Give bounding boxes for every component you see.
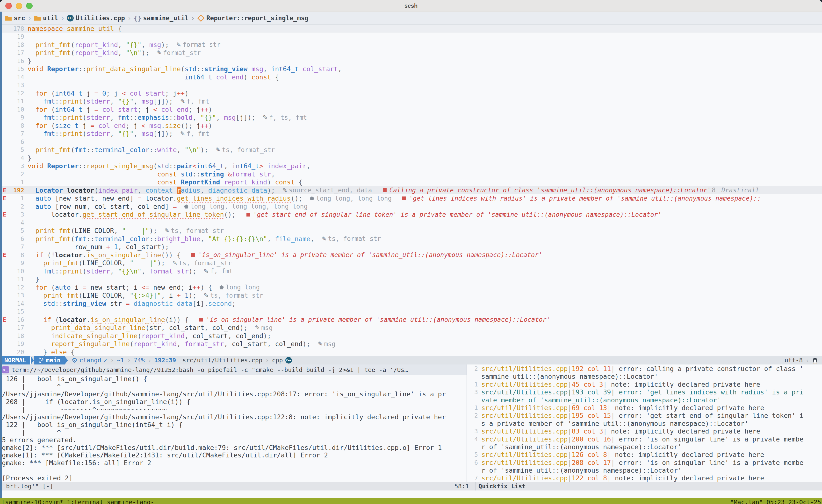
code-line[interactable]: 11 fmt::print(stderr, "{}", msg[j]);✎f, … [0, 97, 822, 105]
context-line[interactable]: 178namespace sammine_util { [0, 25, 822, 33]
code-line[interactable]: E3 locator.get_start_end_of_singular_lin… [0, 210, 822, 219]
code-line[interactable]: 10 for (int64_t j = col_start; j < col_e… [0, 105, 822, 114]
quickfix-item[interactable]: r of 'sammine_util::(anonymous namespace… [467, 443, 822, 451]
diagnostic-virtual-text: 'is_on_singular_line' is a private membe… [191, 251, 542, 259]
breadcrumb-item-namespace[interactable]: sammine_util [143, 14, 188, 22]
code-line[interactable]: E192 Locator locator(index_pair, context… [0, 186, 822, 195]
inlay-hint: ✎ts, format_str [216, 146, 275, 154]
titlebar: sesh [0, 0, 822, 12]
code-line[interactable]: 2 auto [row_num, col_start, col_end] =lo… [0, 203, 822, 211]
code-editor[interactable]: 178namespace sammine_util {1918 print_fm… [0, 25, 822, 356]
code-line[interactable]: 18 print_fmt(report_kind, "{}", msg);✎fo… [0, 41, 822, 49]
code-text: int64_t col_end) const { [28, 73, 279, 81]
quickfix-statusline-title: Quickfix List [478, 483, 526, 490]
quickfix-item[interactable]: sammine_util::(anonymous namespace)::Loc… [467, 373, 822, 380]
code-line[interactable]: 20 } else { [0, 348, 822, 356]
code-line[interactable]: 9 fmt::print(stderr, fmt::emphasis::bold… [0, 113, 822, 122]
code-line[interactable]: 12 for (int64_t j = 0; j < col_start; j+… [0, 89, 822, 98]
code-line[interactable]: 17 print_fmt(report_kind, "\n");✎format_… [0, 49, 822, 57]
cpp-file-icon: C++ [67, 15, 74, 21]
breadcrumb-item-src[interactable]: src [14, 14, 25, 22]
code-line[interactable]: 19 report_singular_line(report_kind, for… [0, 340, 822, 348]
quickfix-item[interactable]: r of 'sammine_util::(anonymous namespace… [467, 467, 822, 474]
quickfix-line-number: 3 [467, 388, 478, 396]
quickfix-line-number: 6 [467, 459, 478, 467]
code-text: fmt::print(stderr, "{}", msg[j]); [28, 130, 173, 137]
inlay-hint: ✎format_str [156, 49, 201, 56]
quickfix-item[interactable]: 4src/util/Utilities.cpp|200 col 16| erro… [467, 435, 822, 443]
inlay-hint: ✎msg [318, 340, 335, 348]
code-text: } [28, 154, 31, 162]
code-line[interactable]: E1 auto [new_start, new_end] = locator.g… [0, 194, 822, 203]
code-line[interactable]: 3void Reporter::report_single_msg(std::p… [0, 162, 822, 170]
code-line[interactable]: 12 for (auto i = new_start; i <= new_end… [0, 283, 822, 292]
breadcrumb-item-file[interactable]: Utilities.cpp [76, 14, 125, 22]
line-number: 15 [9, 65, 24, 72]
chevron-right-icon: › [127, 14, 131, 22]
quickfix-item[interactable]: 2src/util/Utilities.cpp|195 col 15| erro… [467, 412, 822, 420]
code-line[interactable]: 14 std::string_view str = diagnostic_dat… [0, 300, 822, 308]
code-line[interactable]: 15void Reporter::print_data_singular_lin… [0, 65, 822, 73]
code-line[interactable]: 14 int64_t col_end) const { [0, 73, 822, 81]
code-line[interactable]: 4} [0, 154, 822, 162]
quickfix-item[interactable]: 3src/util/Utilities.cpp|193 col 39| erro… [467, 388, 822, 396]
quickfix-line-number: 3 [467, 427, 478, 435]
code-line[interactable]: 6 print_fmt(fmt::terminal_color::bright_… [0, 235, 822, 243]
quickfix-item[interactable]: 5src/util/Utilities.cpp|126 col 8| note:… [467, 451, 822, 459]
code-line[interactable]: 5 print_fmt(LINE_COLOR, " |");✎ts, forma… [0, 227, 822, 235]
code-text: print_fmt(fmt::terminal_color::white, "\… [28, 146, 208, 154]
mode-label: NORMAL [4, 357, 26, 364]
powerline-separator [31, 356, 34, 364]
code-line[interactable]: 19 [0, 33, 822, 41]
quickfix-item[interactable]: 1src/util/Utilities.cpp|45 col 3| note: … [467, 381, 822, 388]
quickfix-item[interactable]: 7src/util/Utilities.cpp|122 col 8| note:… [467, 474, 822, 482]
quickfix-item[interactable]: 3src/util/Utilities.cpp|83 col 3| note: … [467, 427, 822, 435]
code-text: auto [row_num, col_start, col_end] = [28, 203, 177, 210]
command-line[interactable] [0, 490, 822, 498]
app-window: sesh src › util › C++ Utilities.cpp › {}… [0, 0, 822, 504]
code-line[interactable]: 9 print_fmt(LINE_COLOR, " |");✎ts, forma… [0, 259, 822, 267]
quickfix-item[interactable]: s a private member of 'sammine_util::(an… [467, 420, 822, 427]
code-line[interactable]: 2 const std::string &format_str, [0, 170, 822, 178]
error-square-icon [247, 213, 250, 217]
quickfix-item[interactable]: 2src/util/Utilities.cpp|192 col 11| erro… [467, 365, 822, 373]
terminal-row: gmake[2]: *** [src/util/CMakeFiles/util.… [2, 444, 467, 452]
bottom-statuslines: brt.log'" [-] 58:1 Quickfix List [0, 482, 822, 490]
line-number: 13 [9, 292, 24, 299]
line-number: 1 [9, 195, 24, 202]
quickfix-item[interactable]: vate member of 'sammine_util::(anonymous… [467, 396, 822, 404]
code-line[interactable]: 15 [0, 308, 822, 316]
code-text: for (size_t j = col_end; j < msg.size();… [28, 122, 212, 129]
code-line[interactable]: 10 fmt::print(stderr, "{}\n", format_str… [0, 267, 822, 275]
line-number: 17 [9, 49, 24, 56]
code-line[interactable]: E16 if (locator.is_on_singular_line(i)) … [0, 316, 822, 324]
code-text: print_fmt(fmt::terminal_color::bright_bl… [28, 235, 314, 243]
code-line[interactable]: 11 } [0, 275, 822, 283]
quickfix-item-text: src/util/Utilities.cpp|69 col 13| note: … [481, 404, 764, 412]
code-line[interactable]: 5 print_fmt(fmt::terminal_color::white, … [0, 146, 822, 154]
breadcrumb-item-method[interactable]: Reporter::report_single_msg [207, 14, 309, 22]
powerline-separator [64, 356, 68, 364]
terminal-statusline: brt.log'" [-] 58:1 [0, 482, 475, 490]
code-line[interactable]: 17 print_data_singular_line(str, col_sta… [0, 324, 822, 332]
quickfix-item[interactable]: 6src/util/Utilities.cpp|208 col 17| erro… [467, 459, 822, 467]
breadcrumb-item-util[interactable]: util [43, 14, 58, 22]
code-line[interactable]: E8 if (!locator.is_on_singular_line()) {… [0, 251, 822, 259]
chevron-separator: › [265, 357, 269, 364]
code-line[interactable]: 6 [0, 138, 822, 146]
code-text: } [28, 275, 39, 283]
inlay-hint: ✎f, fmt [204, 267, 233, 275]
code-line[interactable]: 13 [0, 81, 822, 89]
code-line[interactable]: 7 row_num + 1, col_start); [0, 243, 822, 251]
code-line[interactable]: 18 indicate_singular_line(report_kind, c… [0, 332, 822, 340]
code-line[interactable]: 7 fmt::print(stderr, "{}", msg[j]);✎f, f… [0, 130, 822, 138]
inlay-hint: ✎ts, format_str [322, 235, 381, 242]
quickfix-item[interactable]: 1src/util/Utilities.cpp|69 col 13| note:… [467, 404, 822, 412]
line-number: 19 [9, 33, 24, 40]
code-line[interactable]: 8 for (size_t j = col_end; j < msg.size(… [0, 122, 822, 130]
code-line[interactable]: 4 [0, 219, 822, 227]
code-line[interactable]: 16} [0, 57, 822, 65]
terminal-cursor-position: 58:1 [454, 483, 469, 490]
code-line[interactable]: 1 const ReportKind report_kind) const { [0, 178, 822, 186]
code-line[interactable]: 13 print_fmt(LINE_COLOR, "{:>4}|", i + 1… [0, 291, 822, 300]
